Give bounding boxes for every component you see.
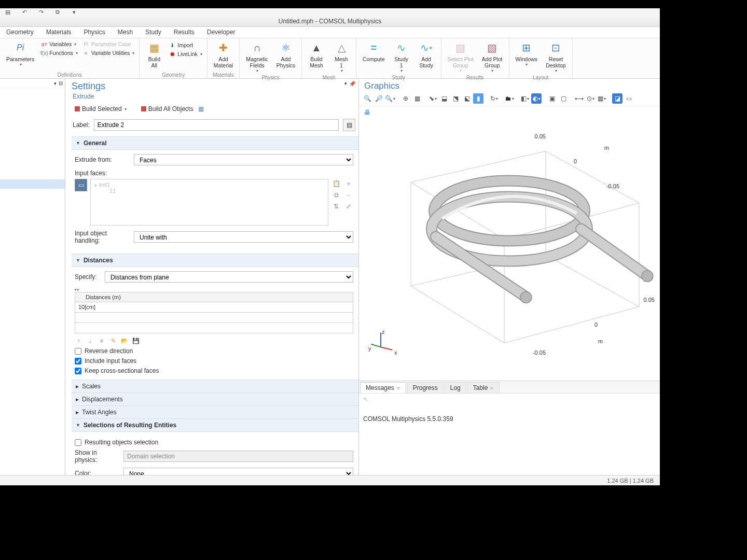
color-select[interactable]: None [123, 468, 353, 475]
reverse-direction-checkbox[interactable] [75, 348, 81, 355]
resulting-objects-checkbox[interactable] [75, 439, 81, 446]
undo-icon[interactable]: ↶ [21, 8, 28, 16]
add-face-icon[interactable]: ＋ [344, 179, 353, 188]
close-icon[interactable]: ✕ [490, 386, 494, 391]
move-up-icon[interactable]: ↑ [75, 337, 83, 345]
zoom-out-icon[interactable]: 🔎 [374, 93, 384, 104]
render-mode-icon[interactable]: ◐▾ [531, 93, 542, 104]
section-displacements-head[interactable]: ▸Displacements [72, 393, 358, 405]
tab-study[interactable]: Study [139, 26, 168, 38]
paste-icon[interactable]: 📋 [331, 179, 341, 188]
clip-plane-icon[interactable]: ◧▾ [520, 93, 530, 104]
add-plot-group-button[interactable]: ▧ Add Plot Group▾ [479, 39, 506, 74]
compute-button[interactable]: = Compute [359, 39, 388, 63]
selection-toggle-button[interactable]: ▭ [75, 179, 87, 191]
distance-cell-0[interactable]: 10[cm] [75, 302, 353, 313]
magnetic-fields-button[interactable]: ∩ Magnetic Fields▾ [243, 39, 271, 74]
section-distances-head[interactable]: ▼ Distances [72, 254, 358, 267]
study-1-button[interactable]: ∿ Study 1▾ [390, 39, 413, 74]
preview-icon[interactable]: ▦ [197, 105, 204, 113]
wireframe-toggle-icon[interactable]: ▮ [473, 93, 483, 104]
view-xz-icon[interactable]: ⬔ [450, 93, 461, 104]
view-yz-icon[interactable]: ⬓ [439, 93, 449, 104]
section-scales-head[interactable]: ▸Scales [72, 380, 358, 393]
view-xy-icon[interactable]: ⬊▾ [427, 93, 438, 104]
build-selected-button[interactable]: Build Selected ▾ [73, 104, 129, 114]
livelink-button[interactable]: ⬣LiveLink▾ [168, 50, 204, 58]
build-all-button[interactable]: ▦ Build All [143, 39, 165, 69]
lighting-icon[interactable]: 🖿▾ [504, 93, 515, 104]
swap-icon[interactable]: ⇅ [331, 202, 341, 211]
grid-icon[interactable]: ▦ [412, 93, 422, 104]
tab-geometry[interactable]: Geometry [0, 26, 40, 38]
distance-cell-2[interactable] [75, 323, 353, 333]
remove-face-icon[interactable]: － [344, 190, 353, 200]
rotate-icon[interactable]: ↻▾ [489, 93, 499, 104]
tab-materials[interactable]: Materials [40, 26, 78, 38]
specify-select[interactable]: Distances from plane [105, 271, 353, 283]
zoom-box-icon[interactable]: 🔍▾ [385, 93, 395, 104]
clear-icon[interactable]: ✎ [109, 337, 117, 345]
probe-icon[interactable]: ⊙▾ [585, 93, 596, 104]
hide-icon[interactable]: ▭ [624, 93, 634, 104]
pin-panel-icon[interactable]: 📌 [349, 81, 355, 87]
distance-cell-1[interactable] [75, 313, 353, 323]
functions-button[interactable]: f(x)Functions▾ [39, 49, 79, 57]
model-tree-panel[interactable]: ▾ ⊟ [0, 79, 65, 475]
print-icon[interactable]: 🖶 [362, 107, 372, 118]
reset-desktop-button[interactable]: ⊡ Reset Desktop▾ [543, 39, 569, 74]
zoom-face-icon[interactable]: ⤢ [344, 202, 353, 211]
pin-icon[interactable]: ⊟ [59, 80, 63, 86]
close-icon[interactable]: ✕ [396, 386, 400, 391]
save-table-icon[interactable]: 💾 [132, 337, 140, 345]
tab-developer[interactable]: Developer [201, 26, 242, 38]
view-3d-icon[interactable]: ⬕ [462, 93, 472, 104]
tab-results[interactable]: Results [168, 26, 201, 38]
tab-table[interactable]: Table✕ [467, 382, 500, 394]
variables-button[interactable]: a=Variables▾ [39, 40, 79, 48]
build-all-objects-button[interactable]: Build All Objects [139, 104, 196, 114]
section-selections-head[interactable]: ▼ Selections of Resulting Entities [72, 419, 358, 432]
input-object-handling-select[interactable]: Unite with [134, 231, 353, 243]
variable-utilities-button[interactable]: ≡Variable Utilities▾ [81, 49, 136, 57]
measure-icon[interactable]: ⟷ [574, 93, 584, 104]
select-boundary-icon[interactable]: ▢ [558, 93, 569, 104]
delete-row-icon[interactable]: ≡ [98, 337, 106, 345]
redo-icon[interactable]: ↷ [37, 8, 45, 16]
load-icon[interactable]: 📂 [120, 337, 129, 345]
include-input-faces-checkbox[interactable] [75, 358, 81, 365]
label-action-button[interactable]: ▤ [343, 119, 355, 131]
zoom-extents-icon[interactable]: ⊕ [400, 93, 411, 104]
copy-faces-icon[interactable]: ⧉ [331, 190, 341, 200]
copy-icon[interactable]: ⧉ [54, 8, 61, 16]
zoom-in-icon[interactable]: 🔍 [362, 93, 372, 104]
label-input[interactable] [94, 119, 339, 131]
tab-mesh[interactable]: Mesh [112, 26, 139, 38]
move-down-icon[interactable]: ↓ [86, 337, 94, 345]
minimize-icon[interactable]: ▾ [54, 81, 57, 86]
tree-selected-row[interactable] [0, 179, 65, 189]
section-general-head[interactable]: ▼ General [72, 137, 358, 150]
save-icon[interactable]: ▤ [4, 8, 11, 16]
parameters-button[interactable]: Pi Parameters ▾ [3, 39, 37, 68]
tab-physics[interactable]: Physics [77, 26, 111, 38]
tab-progress[interactable]: Progress [407, 382, 444, 394]
input-faces-list[interactable]: ▸ ext1 11 [90, 179, 328, 226]
tab-log[interactable]: Log [445, 382, 466, 394]
tab-messages[interactable]: Messages✕ [360, 382, 406, 393]
add-material-button[interactable]: ✚ Add Material [211, 39, 236, 69]
snapshot-icon[interactable]: ▦▾ [597, 93, 607, 104]
transparency-toggle-icon[interactable]: ◪ [612, 93, 622, 104]
section-twist-angles-head[interactable]: ▸Twist Angles [72, 405, 358, 418]
mesh-1-button[interactable]: △ Mesh 1▾ [330, 39, 353, 74]
more-icon[interactable]: ▾ [71, 8, 78, 16]
windows-button[interactable]: ⊞ Windows▾ [513, 39, 541, 68]
add-study-button[interactable]: ∿+ Add Study [415, 39, 438, 69]
import-button[interactable]: ⬇Import [168, 41, 204, 49]
build-mesh-button[interactable]: ▲ Build Mesh [305, 39, 328, 69]
dropdown-icon[interactable]: ▾ [344, 81, 347, 87]
extrude-from-select[interactable]: Faces [134, 154, 353, 165]
select-entity-icon[interactable]: ▣ [547, 93, 557, 104]
graphics-canvas[interactable]: 0.05 0 m -0.05 0.05 0 m -0.05 [359, 119, 660, 381]
keep-cross-sectional-checkbox[interactable] [75, 368, 81, 374]
